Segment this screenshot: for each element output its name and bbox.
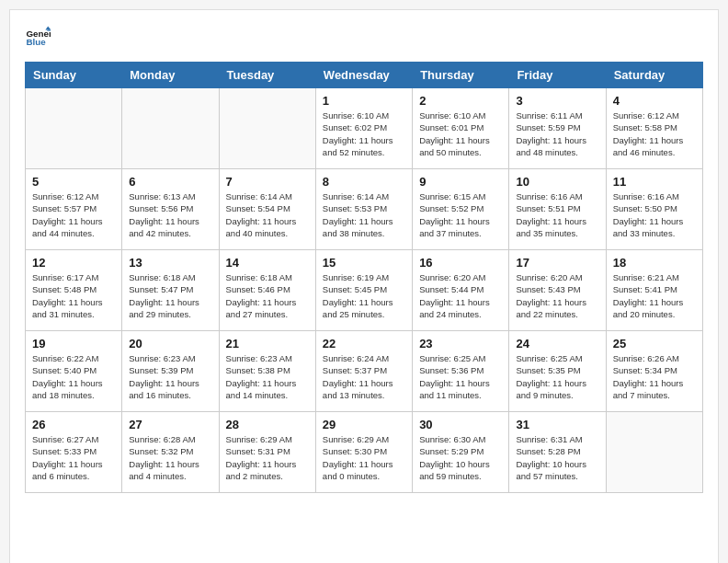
day-number: 4 [613,94,696,108]
day-info: Sunrise: 6:20 AM Sunset: 5:44 PM Dayligh… [419,271,502,320]
day-cell: 11Sunrise: 6:16 AM Sunset: 5:50 PM Dayli… [606,169,702,250]
day-cell: 27Sunrise: 6:28 AM Sunset: 5:32 PM Dayli… [122,412,219,493]
day-info: Sunrise: 6:16 AM Sunset: 5:51 PM Dayligh… [516,190,598,239]
day-number: 1 [323,94,405,108]
day-info: Sunrise: 6:31 AM Sunset: 5:28 PM Dayligh… [516,433,598,482]
day-info: Sunrise: 6:18 AM Sunset: 5:47 PM Dayligh… [129,271,211,320]
day-number: 6 [129,175,211,189]
weekday-header-row: SundayMondayTuesdayWednesdayThursdayFrid… [26,63,703,88]
day-info: Sunrise: 6:17 AM Sunset: 5:48 PM Dayligh… [32,271,115,320]
svg-text:Blue: Blue [26,37,46,47]
day-info: Sunrise: 6:26 AM Sunset: 5:34 PM Dayligh… [613,352,696,401]
day-number: 10 [516,175,598,189]
day-cell: 18Sunrise: 6:21 AM Sunset: 5:41 PM Dayli… [606,250,702,331]
day-info: Sunrise: 6:29 AM Sunset: 5:31 PM Dayligh… [226,433,309,482]
day-number: 19 [32,337,115,350]
day-cell: 12Sunrise: 6:17 AM Sunset: 5:48 PM Dayli… [26,250,122,331]
day-cell: 21Sunrise: 6:23 AM Sunset: 5:38 PM Dayli… [219,331,315,412]
day-cell: 29Sunrise: 6:29 AM Sunset: 5:30 PM Dayli… [315,412,412,493]
day-cell: 4Sunrise: 6:12 AM Sunset: 5:58 PM Daylig… [606,88,702,169]
day-number: 24 [516,337,598,350]
day-info: Sunrise: 6:24 AM Sunset: 5:37 PM Dayligh… [323,352,405,401]
day-info: Sunrise: 6:16 AM Sunset: 5:50 PM Dayligh… [613,190,696,239]
day-cell: 23Sunrise: 6:25 AM Sunset: 5:36 PM Dayli… [413,331,509,412]
day-cell: 14Sunrise: 6:18 AM Sunset: 5:46 PM Dayli… [219,250,315,331]
day-number: 31 [516,418,598,431]
day-cell: 7Sunrise: 6:14 AM Sunset: 5:54 PM Daylig… [219,169,315,250]
day-number: 30 [419,418,502,431]
day-number: 8 [323,175,405,189]
day-cell: 10Sunrise: 6:16 AM Sunset: 5:51 PM Dayli… [509,169,606,250]
day-number: 13 [129,256,211,270]
day-number: 12 [32,256,115,270]
day-info: Sunrise: 6:11 AM Sunset: 5:59 PM Dayligh… [516,109,598,158]
day-info: Sunrise: 6:25 AM Sunset: 5:36 PM Dayligh… [419,352,502,401]
day-cell [606,412,702,493]
day-info: Sunrise: 6:21 AM Sunset: 5:41 PM Dayligh… [613,271,696,320]
weekday-header-sunday: Sunday [26,63,122,88]
day-cell: 3Sunrise: 6:11 AM Sunset: 5:59 PM Daylig… [509,88,606,169]
day-number: 29 [323,418,405,431]
day-info: Sunrise: 6:10 AM Sunset: 6:01 PM Dayligh… [419,109,502,158]
day-cell: 26Sunrise: 6:27 AM Sunset: 5:33 PM Dayli… [26,412,122,493]
day-number: 26 [32,418,115,431]
day-number: 27 [129,418,211,431]
day-info: Sunrise: 6:14 AM Sunset: 5:54 PM Dayligh… [226,190,309,239]
calendar-table: SundayMondayTuesdayWednesdayThursdayFrid… [25,62,703,493]
day-cell: 9Sunrise: 6:15 AM Sunset: 5:52 PM Daylig… [413,169,509,250]
weekday-header-saturday: Saturday [606,63,702,88]
day-cell: 5Sunrise: 6:12 AM Sunset: 5:57 PM Daylig… [26,169,122,250]
day-cell: 1Sunrise: 6:10 AM Sunset: 6:02 PM Daylig… [315,88,412,169]
day-info: Sunrise: 6:28 AM Sunset: 5:32 PM Dayligh… [129,433,211,482]
day-number: 7 [226,175,309,189]
day-number: 28 [226,418,309,431]
day-number: 3 [516,94,598,108]
day-info: Sunrise: 6:30 AM Sunset: 5:29 PM Dayligh… [419,433,502,482]
day-cell: 20Sunrise: 6:23 AM Sunset: 5:39 PM Dayli… [122,331,219,412]
day-cell: 19Sunrise: 6:22 AM Sunset: 5:40 PM Dayli… [26,331,122,412]
day-cell: 15Sunrise: 6:19 AM Sunset: 5:45 PM Dayli… [315,250,412,331]
day-cell: 31Sunrise: 6:31 AM Sunset: 5:28 PM Dayli… [509,412,606,493]
week-row-4: 19Sunrise: 6:22 AM Sunset: 5:40 PM Dayli… [26,331,703,412]
day-info: Sunrise: 6:18 AM Sunset: 5:46 PM Dayligh… [226,271,309,320]
logo-icon: General Blue [25,25,51,51]
day-cell: 30Sunrise: 6:30 AM Sunset: 5:29 PM Dayli… [413,412,509,493]
day-number: 21 [226,337,309,350]
week-row-3: 12Sunrise: 6:17 AM Sunset: 5:48 PM Dayli… [26,250,703,331]
day-info: Sunrise: 6:14 AM Sunset: 5:53 PM Dayligh… [323,190,405,239]
day-cell: 22Sunrise: 6:24 AM Sunset: 5:37 PM Dayli… [315,331,412,412]
day-cell: 13Sunrise: 6:18 AM Sunset: 5:47 PM Dayli… [122,250,219,331]
calendar-container: General Blue SundayMondayTuesdayWednesda… [9,9,719,563]
day-cell: 25Sunrise: 6:26 AM Sunset: 5:34 PM Dayli… [606,331,702,412]
day-number: 17 [516,256,598,270]
day-info: Sunrise: 6:22 AM Sunset: 5:40 PM Dayligh… [32,352,115,401]
day-info: Sunrise: 6:13 AM Sunset: 5:56 PM Dayligh… [129,190,211,239]
day-info: Sunrise: 6:20 AM Sunset: 5:43 PM Dayligh… [516,271,598,320]
day-info: Sunrise: 6:10 AM Sunset: 6:02 PM Dayligh… [323,109,405,158]
day-number: 20 [129,337,211,350]
day-info: Sunrise: 6:23 AM Sunset: 5:38 PM Dayligh… [226,352,309,401]
week-row-1: 1Sunrise: 6:10 AM Sunset: 6:02 PM Daylig… [26,88,703,169]
weekday-header-monday: Monday [122,63,219,88]
day-cell: 8Sunrise: 6:14 AM Sunset: 5:53 PM Daylig… [315,169,412,250]
calendar-body: 1Sunrise: 6:10 AM Sunset: 6:02 PM Daylig… [26,88,703,493]
day-cell: 2Sunrise: 6:10 AM Sunset: 6:01 PM Daylig… [413,88,509,169]
day-cell [122,88,219,169]
weekday-header-wednesday: Wednesday [315,63,412,88]
day-cell: 6Sunrise: 6:13 AM Sunset: 5:56 PM Daylig… [122,169,219,250]
day-cell [26,88,122,169]
day-info: Sunrise: 6:15 AM Sunset: 5:52 PM Dayligh… [419,190,502,239]
header: General Blue [25,25,703,51]
day-cell: 16Sunrise: 6:20 AM Sunset: 5:44 PM Dayli… [413,250,509,331]
day-number: 15 [323,256,405,270]
day-info: Sunrise: 6:27 AM Sunset: 5:33 PM Dayligh… [32,433,115,482]
week-row-2: 5Sunrise: 6:12 AM Sunset: 5:57 PM Daylig… [26,169,703,250]
day-number: 23 [419,337,502,350]
day-cell: 28Sunrise: 6:29 AM Sunset: 5:31 PM Dayli… [219,412,315,493]
day-info: Sunrise: 6:25 AM Sunset: 5:35 PM Dayligh… [516,352,598,401]
weekday-header-tuesday: Tuesday [219,63,315,88]
day-number: 25 [613,337,696,350]
day-cell: 24Sunrise: 6:25 AM Sunset: 5:35 PM Dayli… [509,331,606,412]
day-info: Sunrise: 6:29 AM Sunset: 5:30 PM Dayligh… [323,433,405,482]
day-number: 11 [613,175,696,189]
